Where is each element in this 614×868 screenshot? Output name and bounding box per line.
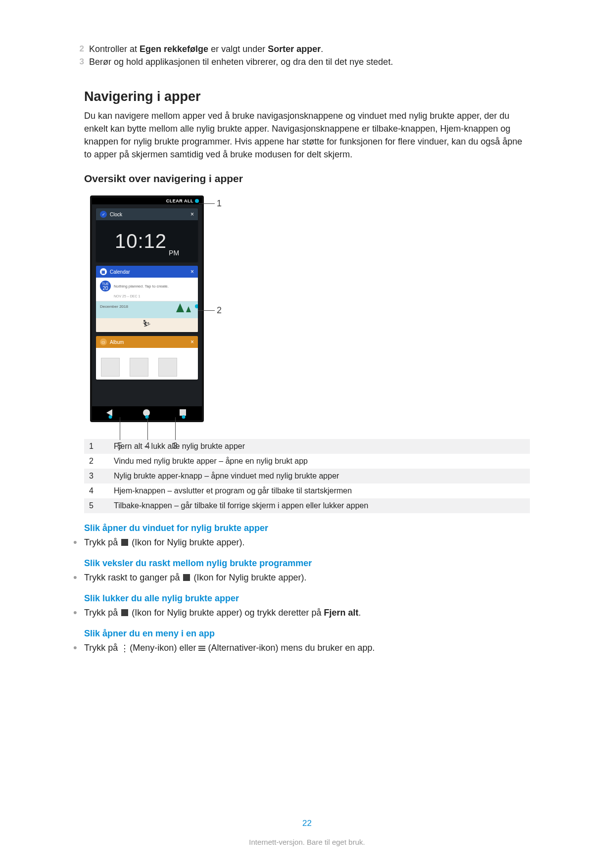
- page-number: 22: [0, 819, 614, 828]
- tree-icon: [176, 303, 184, 312]
- recent-apps-icon: [183, 574, 190, 581]
- howto-heading: Slik åpner du vinduet for nylig brukte a…: [84, 523, 530, 533]
- thumbnail: [130, 358, 148, 377]
- calendar-icon: ▦: [100, 268, 107, 275]
- step-number: 3: [72, 55, 89, 68]
- bullet-icon: •: [73, 642, 84, 653]
- tree-icon: [186, 306, 191, 312]
- close-icon[interactable]: ×: [190, 211, 194, 218]
- step-number: 2: [72, 43, 89, 55]
- bullet-icon: •: [73, 537, 84, 548]
- thumbnail: [101, 358, 120, 377]
- callout-5: 5: [117, 441, 122, 451]
- step-text: Berør og hold applikasjonen til enheten …: [89, 55, 393, 68]
- recent-apps-button[interactable]: [180, 409, 188, 417]
- phone-frame: CLEAR ALL ✓ Clock × 10:12 PM: [90, 195, 204, 422]
- clock-time: 10:12: [115, 230, 167, 252]
- howto-heading: Slik åpner du en meny i en app: [84, 628, 530, 639]
- callout-dot-1: [195, 199, 199, 203]
- howto-heading: Slik veksler du raskt mellom nylig brukt…: [84, 558, 530, 569]
- status-bar: CLEAR ALL: [92, 197, 202, 204]
- phone-screen: CLEAR ALL ✓ Clock × 10:12 PM: [92, 197, 202, 420]
- footer-note: Internett-versjon. Bare til eget bruk.: [0, 838, 614, 846]
- app-name: Calendar: [110, 269, 130, 275]
- card-header: ▭ Album ×: [96, 336, 198, 348]
- callout-line: [199, 203, 215, 204]
- card-body: 10:12 PM: [96, 220, 198, 262]
- callout-3: 3: [173, 441, 178, 451]
- recent-app-calendar[interactable]: ▦ Calendar × TUE 20 Nothing planned. Tap…: [96, 266, 198, 332]
- callout-line: [175, 417, 176, 440]
- numbered-steps: 2 Kontroller at Egen rekkefølge er valgt…: [72, 43, 530, 68]
- legend-table: 1Fjern alt – lukk alle nylig brukte appe…: [84, 439, 530, 513]
- section-body: Du kan navigere mellom apper ved å bruke…: [84, 109, 530, 161]
- calendar-month: December 2018: [100, 304, 128, 309]
- callout-line: [147, 417, 148, 440]
- recent-app-album[interactable]: ▭ Album ×: [96, 336, 198, 380]
- callout-2: 2: [217, 305, 222, 316]
- thumbnail: [158, 358, 177, 377]
- section-heading: Navigering i apper: [84, 89, 530, 104]
- close-icon[interactable]: ×: [190, 268, 194, 275]
- table-row: 1Fjern alt – lukk alle nylig brukte appe…: [84, 439, 530, 454]
- close-icon[interactable]: ×: [190, 338, 194, 345]
- table-row: 2Vindu med nylig brukte apper – åpne en …: [84, 454, 530, 469]
- howto-heading: Slik lukker du alle nylig brukte apper: [84, 593, 530, 604]
- callout-dot-4: [145, 415, 149, 419]
- subsection-heading: Oversikt over navigering i apper: [84, 173, 530, 185]
- callout-line: [198, 310, 215, 311]
- menu-icon: ⋮: [120, 645, 127, 652]
- skier-icon: ⛷: [142, 319, 151, 329]
- calendar-illustration: December 2018 ⛷: [96, 301, 198, 332]
- calendar-date-badge: TUE 20: [100, 281, 111, 291]
- card-body: [96, 348, 198, 380]
- card-body: TUE 20 Nothing planned. Tap to create. N…: [96, 278, 198, 332]
- home-button[interactable]: [143, 409, 151, 417]
- options-icon: [198, 645, 205, 652]
- page: 2 Kontroller at Egen rekkefølge er valgt…: [0, 0, 614, 868]
- callout-1: 1: [217, 198, 222, 209]
- recent-apps-icon: [121, 539, 128, 546]
- howto-step: • Trykk på (Ikon for Nylig brukte apper)…: [73, 536, 530, 548]
- bullet-icon: •: [73, 572, 84, 583]
- app-name: Album: [110, 339, 124, 345]
- card-header: ▦ Calendar ×: [96, 266, 198, 278]
- howto-step: • Trykk raskt to ganger på (Ikon for Nyl…: [73, 572, 530, 583]
- card-header: ✓ Clock ×: [96, 208, 198, 220]
- callout-line: [120, 417, 120, 440]
- recent-app-clock[interactable]: ✓ Clock × 10:12 PM: [96, 208, 198, 262]
- callout-dot-2: [195, 304, 198, 308]
- clear-all-button[interactable]: CLEAR ALL: [166, 198, 199, 203]
- callout-dot-5: [109, 415, 112, 419]
- table-row: 3Nylig brukte apper-knapp – åpne vinduet…: [84, 469, 530, 483]
- callout-4: 4: [145, 441, 150, 451]
- step-2: 2 Kontroller at Egen rekkefølge er valgt…: [72, 43, 530, 55]
- app-name: Clock: [110, 212, 122, 217]
- howto-step: • Trykk på ⋮ (Meny-ikon) eller (Alternat…: [73, 642, 530, 654]
- callout-dot-3: [182, 415, 186, 419]
- table-row: 5Tilbake-knappen – går tilbake til forri…: [84, 498, 530, 513]
- calendar-note: Nothing planned. Tap to create.: [114, 284, 169, 289]
- recent-apps-icon: [121, 609, 128, 616]
- step-3: 3 Berør og hold applikasjonen til enhete…: [72, 55, 530, 68]
- navigation-bar: [92, 406, 202, 420]
- bullet-icon: •: [73, 607, 84, 618]
- table-row: 4Hjem-knappen – avslutter et program og …: [84, 483, 530, 498]
- overview-figure: CLEAR ALL ✓ Clock × 10:12 PM: [90, 195, 219, 422]
- howto-step: • Trykk på (Ikon for Nylig brukte apper)…: [73, 607, 530, 619]
- clock-pm: PM: [169, 249, 179, 257]
- back-button[interactable]: [106, 409, 114, 417]
- step-text: Kontroller at Egen rekkefølge er valgt u…: [89, 43, 323, 55]
- calendar-range: NOV 25 – DEC 1: [96, 294, 198, 301]
- album-icon: ▭: [100, 338, 107, 345]
- clock-icon: ✓: [100, 211, 107, 218]
